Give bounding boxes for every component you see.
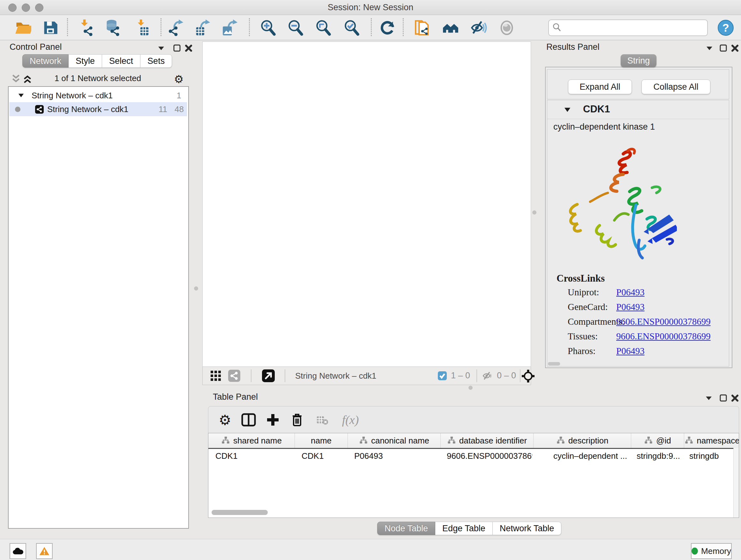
save-floppy-icon <box>42 19 59 36</box>
import-network-database-button[interactable] <box>104 19 122 37</box>
panel-float-icon[interactable] <box>719 393 728 403</box>
export-table-button[interactable] <box>194 19 212 37</box>
tab-node-table[interactable]: Node Table <box>377 522 435 535</box>
panel-float-icon[interactable] <box>719 44 728 53</box>
tab-string[interactable]: String <box>621 54 657 67</box>
open-session-button[interactable] <box>14 19 32 37</box>
table-toolbar: ⚙ f(x) <box>208 406 739 434</box>
export-image-button[interactable] <box>221 19 239 37</box>
crosslink-link[interactable]: 9606.ENSP00000378699 <box>616 316 711 327</box>
hide-graphics-details-button[interactable] <box>470 19 488 37</box>
column-header[interactable]: description <box>534 433 631 448</box>
column-header[interactable]: database identifier <box>441 433 534 448</box>
search-input[interactable] <box>563 21 702 34</box>
table-settings-gear-icon[interactable]: ⚙ <box>217 412 232 428</box>
gene-detail-card: CDK1 cyclin–dependent kinase 1 <box>547 100 729 367</box>
table-row[interactable]: CDK1 CDK1 P06493 9606.ENSP00000378699 cy… <box>208 449 738 463</box>
cell-namespace[interactable]: stringdb <box>682 449 738 463</box>
crosslink-link[interactable]: P06493 <box>616 302 645 312</box>
share-network-disabled-icon[interactable] <box>228 370 240 382</box>
network-label: String Network – cdk1 <box>47 105 128 114</box>
tree-expand-triangle-icon[interactable] <box>17 92 24 99</box>
column-header[interactable]: shared name <box>208 433 295 448</box>
crosshair-icon[interactable] <box>522 370 535 382</box>
zoom-out-icon <box>287 19 304 36</box>
panel-close-icon[interactable] <box>730 393 740 403</box>
protein-structure-image <box>557 145 677 262</box>
zoom-in-button[interactable] <box>259 19 277 37</box>
cell-id[interactable]: stringdb:9... <box>630 449 682 463</box>
delete-column-icon[interactable] <box>289 412 305 428</box>
crosslink-link[interactable]: P06493 <box>616 287 645 298</box>
help-button[interactable]: ? <box>717 19 735 37</box>
panel-dropdown-icon[interactable] <box>704 393 714 403</box>
tab-select[interactable]: Select <box>102 54 140 68</box>
open-in-cybrowser-button[interactable] <box>414 19 431 37</box>
toolbar-separator <box>160 18 161 36</box>
warnings-button[interactable] <box>36 543 53 559</box>
memory-button[interactable]: Memory <box>691 543 732 559</box>
cell-shared-name[interactable]: CDK1 <box>208 449 294 463</box>
cell-canonical-name[interactable]: P06493 <box>347 449 440 463</box>
crosslink-link[interactable]: P06493 <box>616 346 645 356</box>
refresh-layout-button[interactable] <box>379 19 396 37</box>
hidden-eye-icon <box>482 370 493 381</box>
column-header[interactable]: canonical name <box>348 433 441 448</box>
cell-database-identifier[interactable]: 9606.ENSP00000378699 <box>440 449 532 463</box>
network-node-CDKN1A[interactable]: CDKN1A <box>437 238 503 277</box>
panel-close-icon[interactable] <box>184 44 193 53</box>
column-header[interactable]: namespace <box>684 433 739 448</box>
horizontal-scrollbar-thumb[interactable] <box>212 510 268 515</box>
add-column-icon[interactable] <box>265 412 280 428</box>
network-view-title: String Network – cdk1 <box>295 371 376 381</box>
tab-network[interactable]: Network <box>22 54 69 68</box>
collapse-all-button[interactable]: Collapse All <box>642 79 711 94</box>
tab-style[interactable]: Style <box>69 54 102 68</box>
network-node-HIST1H1A[interactable]: HIST1H1A <box>239 250 307 289</box>
column-header[interactable]: @id <box>631 433 684 448</box>
selected-checkbox-icon[interactable] <box>437 371 447 381</box>
network-node-CCNA1[interactable]: CCNA1 <box>376 119 438 157</box>
crosslink-link[interactable]: 9606.ENSP00000378699 <box>616 331 711 341</box>
left-splitter-handle[interactable] <box>194 287 198 291</box>
cloud-button[interactable] <box>10 543 26 559</box>
zoom-fit-button[interactable] <box>314 19 332 37</box>
gene-collapse-triangle-icon[interactable] <box>564 107 571 113</box>
open-view-arrow-icon[interactable] <box>262 369 275 382</box>
tab-sets[interactable]: Sets <box>140 54 172 68</box>
svg-text:HIST1H1A: HIST1H1A <box>263 250 307 260</box>
import-network-file-button[interactable] <box>77 19 95 37</box>
table-panel-title: Table Panel <box>213 392 258 402</box>
panel-close-icon[interactable] <box>730 44 740 53</box>
tab-network-table[interactable]: Network Table <box>493 522 562 535</box>
network-column-icon <box>644 436 653 445</box>
birdseye-grid-icon[interactable] <box>210 370 221 381</box>
panel-float-icon[interactable] <box>172 44 182 53</box>
column-header[interactable]: name <box>295 433 348 448</box>
network-node-RB1[interactable]: RB1 <box>449 190 497 229</box>
string-protein-query-button[interactable] <box>442 19 460 37</box>
tab-edge-table[interactable]: Edge Table <box>435 522 493 535</box>
zoom-selected-button[interactable] <box>343 19 360 37</box>
zoom-out-button[interactable] <box>286 19 305 37</box>
help-icon: ? <box>718 19 734 36</box>
import-table-file-button[interactable] <box>133 19 151 37</box>
cell-description[interactable]: cyclin–dependent ... <box>532 449 630 463</box>
cell-name[interactable]: CDK1 <box>294 449 347 463</box>
show-graphics-details-button[interactable] <box>498 19 516 37</box>
svg-text:CCNA2: CCNA2 <box>354 210 385 220</box>
panel-dropdown-icon[interactable] <box>704 44 714 53</box>
bottom-splitter-handle[interactable] <box>468 386 473 390</box>
horizontal-scrollbar-thumb[interactable] <box>548 362 560 366</box>
export-network-button[interactable] <box>167 19 185 37</box>
expand-all-button[interactable]: Expand All <box>568 79 632 94</box>
network-row-selected[interactable]: String Network – cdk1 11 48 <box>9 102 187 116</box>
show-columns-icon[interactable] <box>241 412 256 428</box>
panel-dropdown-icon[interactable] <box>156 44 166 53</box>
right-splitter-handle[interactable] <box>532 210 536 214</box>
network-canvas[interactable]: CCNB2CCNA1CDC25BCDK1CDC6RB1CCNB1CCNA2CDK… <box>202 42 530 367</box>
save-session-button[interactable] <box>42 19 59 37</box>
network-options-gear-icon[interactable]: ⚙ <box>174 73 184 85</box>
network-collection-row[interactable]: String Network – cdk1 1 <box>9 89 187 102</box>
vertical-scrollbar[interactable] <box>733 448 739 517</box>
